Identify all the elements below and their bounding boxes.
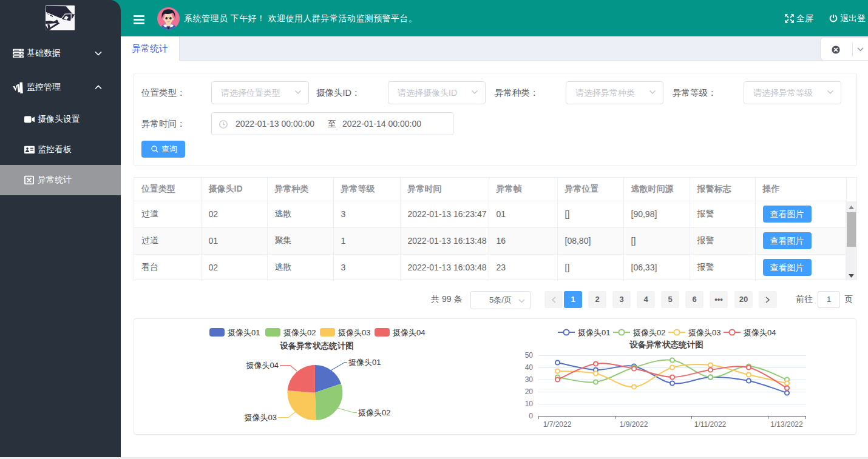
- svg-text:设备异常状态统计图: 设备异常状态统计图: [629, 340, 704, 349]
- svg-text:40: 40: [525, 363, 534, 372]
- svg-text:摄像头01: 摄像头01: [577, 328, 610, 337]
- svg-text:20: 20: [525, 387, 534, 396]
- svg-text:10: 10: [525, 400, 534, 408]
- svg-text:1/7/2022: 1/7/2022: [543, 420, 572, 429]
- svg-text:摄像头04: 摄像头04: [392, 328, 425, 337]
- svg-text:30: 30: [525, 375, 534, 384]
- svg-text:摄像头03: 摄像头03: [688, 328, 721, 337]
- svg-text:摄像头04: 摄像头04: [246, 361, 279, 370]
- svg-text:摄像头01: 摄像头01: [348, 358, 381, 367]
- svg-text:摄像头02: 摄像头02: [283, 328, 316, 337]
- svg-text:摄像头04: 摄像头04: [743, 328, 776, 337]
- svg-text:摄像头03: 摄像头03: [244, 413, 277, 422]
- svg-text:摄像头01: 摄像头01: [227, 328, 260, 337]
- svg-text:50: 50: [525, 351, 534, 360]
- svg-text:1/11/2022: 1/11/2022: [694, 420, 727, 429]
- svg-text:摄像头02: 摄像头02: [358, 408, 390, 417]
- svg-text:1/9/2022: 1/9/2022: [620, 420, 648, 429]
- svg-text:摄像头03: 摄像头03: [337, 328, 370, 337]
- svg-text:摄像头02: 摄像头02: [632, 328, 665, 337]
- svg-text:0: 0: [529, 412, 533, 420]
- svg-text:1/13/2022: 1/13/2022: [770, 420, 803, 429]
- svg-text:设备异常状态统计图: 设备异常状态统计图: [279, 341, 354, 350]
